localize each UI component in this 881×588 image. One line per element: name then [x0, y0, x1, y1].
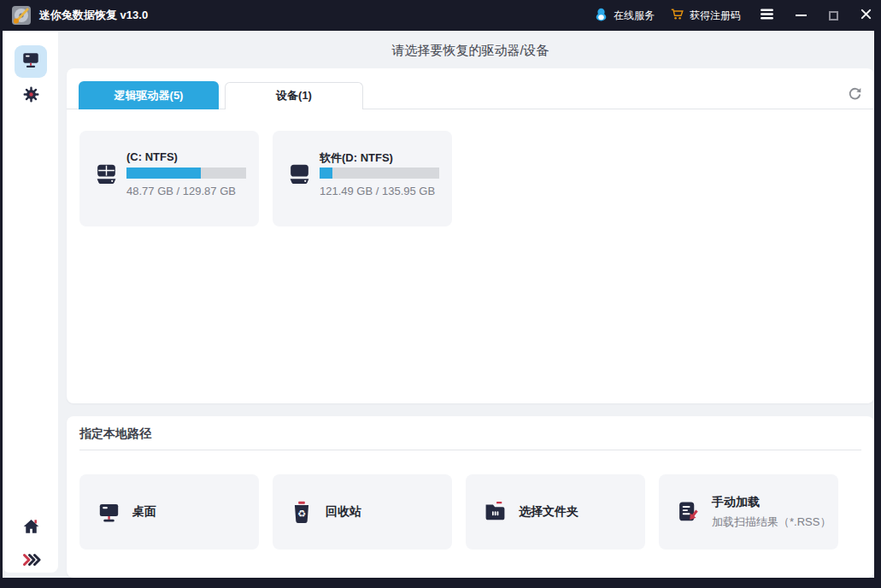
tab-devices[interactable]: 设备(1)	[225, 82, 363, 109]
refresh-button[interactable]	[847, 86, 863, 103]
online-service-label: 在线服务	[614, 9, 655, 23]
drive-card-d[interactable]: 软件(D: NTFS) 121.49 GB / 135.95 GB	[273, 131, 452, 226]
path-card-recycle-bin[interactable]: ♻ 回收站	[273, 474, 452, 550]
drive-name: (C: NTFS)	[126, 150, 178, 163]
svg-text:♻: ♻	[297, 508, 306, 519]
tab-logical-drives[interactable]: 逻辑驱动器(5)	[79, 81, 219, 109]
app-title: 迷你兔数据恢复 v13.0	[39, 0, 148, 31]
drive-usage-bar	[126, 168, 246, 179]
load-scan-result-icon	[677, 501, 700, 524]
hard-drive-icon	[94, 162, 119, 185]
section-title: 指定本地路径	[79, 426, 151, 442]
path-card-select-folder[interactable]: 选择文件夹	[466, 474, 645, 550]
drive-selection-panel: 逻辑驱动器(5) 设备(1) (C: NTFS)	[67, 68, 874, 403]
online-service-button[interactable]: 在线服务	[594, 7, 655, 24]
titlebar: 迷你兔数据恢复 v13.0 在线服务 获得注册码	[0, 0, 881, 31]
sidebar-expand-button[interactable]	[22, 553, 41, 567]
desktop-icon	[97, 501, 120, 524]
window-body: 请选择要恢复的驱动器/设备 逻辑驱动器(5) 设备(1)	[3, 31, 874, 578]
drive-size: 48.77 GB / 129.87 GB	[126, 185, 236, 197]
double-chevron-icon	[22, 555, 41, 569]
path-label: 选择文件夹	[519, 504, 579, 520]
path-card-desktop[interactable]: 桌面	[79, 474, 259, 550]
refresh-icon	[847, 91, 863, 105]
path-sublabel: 加载扫描结果（*.RSS）	[712, 514, 831, 530]
sidebar	[3, 31, 58, 573]
recycle-bin-icon: ♻	[291, 501, 314, 524]
path-label: 回收站	[326, 504, 361, 520]
local-path-panel: 指定本地路径 桌面 ♻	[67, 416, 874, 578]
get-registration-label: 获得注册码	[690, 9, 741, 23]
sidebar-item-drives[interactable]	[15, 45, 47, 78]
page-title: 请选择要恢复的驱动器/设备	[67, 43, 874, 59]
drive-usage-fill	[126, 168, 201, 179]
drive-usage-fill	[320, 168, 332, 179]
folder-icon	[484, 501, 507, 524]
get-registration-button[interactable]: 获得注册码	[670, 7, 741, 24]
menu-button[interactable]	[758, 9, 775, 22]
maximize-button[interactable]	[826, 9, 840, 22]
minimize-button[interactable]	[794, 9, 808, 22]
drive-size: 121.49 GB / 135.95 GB	[320, 185, 435, 197]
home-icon	[21, 524, 41, 538]
section-divider	[79, 450, 861, 450]
monitor-icon	[21, 50, 40, 73]
minimize-icon	[796, 15, 807, 16]
path-card-manual-load[interactable]: 手动加载 加载扫描结果（*.RSS）	[659, 474, 838, 550]
gear-icon	[22, 91, 40, 106]
drive-usage-bar	[320, 168, 439, 179]
path-label: 手动加载	[712, 495, 831, 510]
close-icon	[860, 8, 872, 23]
qq-icon	[594, 7, 608, 24]
path-label: 桌面	[132, 504, 156, 520]
sidebar-item-home[interactable]	[21, 517, 41, 536]
app-logo-icon	[10, 4, 32, 26]
drive-card-c[interactable]: (C: NTFS) 48.77 GB / 129.87 GB	[79, 131, 259, 226]
cart-icon	[670, 7, 684, 24]
hard-drive-icon	[287, 162, 312, 185]
close-button[interactable]	[859, 9, 872, 22]
sidebar-item-settings[interactable]	[22, 85, 40, 103]
drive-name: 软件(D: NTFS)	[320, 150, 393, 166]
hamburger-icon	[760, 8, 774, 23]
maximize-icon	[829, 11, 838, 21]
